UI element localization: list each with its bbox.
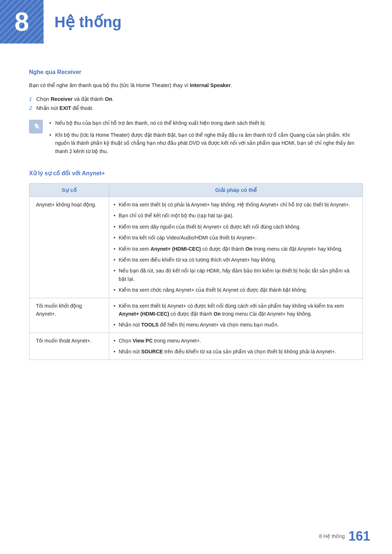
step-2-num: 2	[29, 104, 32, 113]
sol-3-1: Chọn View PC trong menu Anynet+.	[113, 337, 356, 345]
solutions-list-3: Chọn View PC trong menu Anynet+. Nhấn nú…	[113, 337, 356, 356]
solutions-list-2: Kiểm tra xem thiết bị Anynet+ có được kế…	[113, 302, 356, 329]
sol-1-6: Kiểm tra xem điều khiển từ xa có tương t…	[113, 256, 356, 264]
steps-list: 1 Chọn Receiver và đặt thành On. 2 Nhấn …	[29, 95, 363, 112]
chapter-number-block: 8	[0, 0, 44, 44]
note-icon-symbol: ✎	[33, 122, 39, 131]
footer-page-number: 161	[348, 529, 370, 544]
sol-1-3: Kiểm tra xem dây nguồn của thiết bị Anyn…	[113, 223, 356, 231]
section2-heading: Xử lý sự cố đối với Anynet+	[29, 170, 363, 177]
sol-1-2: Bạn chỉ có thể kết nối một bộ thu (rạp h…	[113, 212, 356, 219]
page: 8 Hệ thống Nghe qua Receiver Bạn có thể …	[0, 0, 392, 554]
note-2: Khi bộ thu (tức là Home Theater) được đặ…	[49, 131, 363, 155]
issue-1: Anynet+ không hoạt động.	[29, 197, 109, 298]
step-2-text: Nhấn nút EXIT để thoát.	[36, 105, 93, 111]
sol-1-7: Nếu bạn đã rút, sau đó kết nối lại cáp H…	[113, 267, 356, 283]
issue-2: Tôi muốn khởi động Anynet+.	[29, 298, 109, 333]
sol-3-2: Nhấn nút SOURCE trên điều khiển từ xa củ…	[113, 348, 356, 356]
table-row: Tôi muốn thoát Anynet+. Chọn View PC tro…	[29, 333, 363, 360]
col2-header: Giải pháp có thể	[109, 184, 363, 197]
section1-intro: Bạn có thể nghe âm thanh qua bộ thu (tức…	[29, 81, 363, 90]
sol-1-5: Kiểm tra xem Anynet+ (HDMI-CEC) có được …	[113, 245, 356, 253]
sol-1-4: Kiểm tra kết nối cáp Video/Audio/HDMI củ…	[113, 234, 356, 242]
chapter-number: 8	[15, 9, 29, 35]
intro-bold: Internal Speaker	[190, 82, 231, 88]
intro-text: Bạn có thể nghe âm thanh qua bộ thu (tức…	[29, 82, 190, 88]
solutions-list-1: Kiểm tra xem thiết bị có phải là Anynet+…	[113, 201, 356, 294]
footer: 8 Hệ thống 161	[319, 529, 370, 544]
table-header-row: Sự cố Giải pháp có thể	[29, 184, 363, 197]
note-box: ✎ Nếu bộ thu của bạn chỉ hỗ trợ âm thanh…	[29, 119, 363, 159]
step-1: 1 Chọn Receiver và đặt thành On.	[29, 95, 363, 104]
issue-3: Tôi muốn thoát Anynet+.	[29, 333, 109, 360]
footer-section-label: 8 Hệ thống	[319, 533, 345, 539]
intro-end: .	[231, 82, 232, 88]
solutions-2: Kiểm tra xem thiết bị Anynet+ có được kế…	[109, 298, 363, 333]
col1-header: Sự cố	[29, 184, 109, 197]
trouble-table: Sự cố Giải pháp có thể Anynet+ không hoạ…	[29, 183, 363, 360]
content-area: Nghe qua Receiver Bạn có thể nghe âm tha…	[0, 69, 392, 393]
sol-1-1: Kiểm tra xem thiết bị có phải là Anynet+…	[113, 201, 356, 209]
sol-1-8: Kiểm tra xem chức năng Anynet+ của thiết…	[113, 286, 356, 294]
note-icon: ✎	[29, 120, 43, 134]
sol-2-1: Kiểm tra xem thiết bị Anynet+ có được kế…	[113, 302, 356, 318]
chapter-title: Hệ thống	[54, 13, 122, 31]
chapter-header: 8 Hệ thống	[0, 0, 392, 54]
step-1-text: Chọn Receiver và đặt thành On.	[36, 96, 114, 102]
sol-2-2: Nhấn nút TOOLS để hiển thị menu Anynet+ …	[113, 321, 356, 329]
table-row: Tôi muốn khởi động Anynet+. Kiểm tra xem…	[29, 298, 363, 333]
solutions-1: Kiểm tra xem thiết bị có phải là Anynet+…	[109, 197, 363, 298]
note-bullets: Nếu bộ thu của bạn chỉ hỗ trợ âm thanh, …	[49, 119, 363, 159]
section1-heading: Nghe qua Receiver	[29, 69, 363, 75]
solutions-3: Chọn View PC trong menu Anynet+. Nhấn nú…	[109, 333, 363, 360]
note-1: Nếu bộ thu của bạn chỉ hỗ trợ âm thanh, …	[49, 119, 363, 127]
step-2: 2 Nhấn nút EXIT để thoát.	[29, 104, 363, 113]
step-1-num: 1	[29, 95, 32, 104]
table-row: Anynet+ không hoạt động. Kiểm tra xem th…	[29, 197, 363, 298]
